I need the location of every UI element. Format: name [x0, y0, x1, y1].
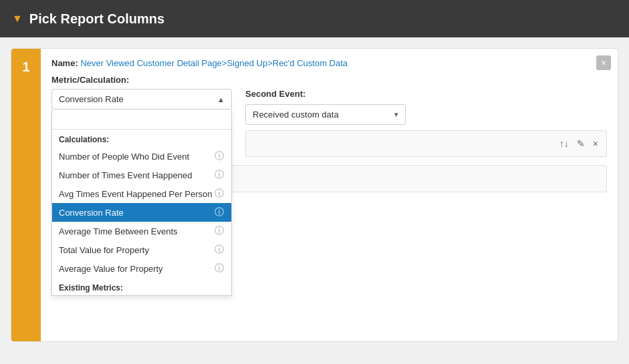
metric-search-input[interactable]	[52, 110, 231, 130]
name-line: Name: Never Viewed Customer Detail Page>…	[51, 58, 607, 68]
filter-remove-icon: ×	[593, 138, 598, 149]
calc-item-label-3: Conversion Rate	[59, 208, 124, 218]
second-event-arrow-icon: ▾	[394, 110, 398, 119]
header-arrow-icon: ▼	[12, 13, 23, 25]
calc-item-label-4: Average Time Between Events	[59, 226, 178, 236]
calc-item-label-2: Avg Times Event Happened Per Person	[59, 189, 213, 199]
metric-dropdown-selected[interactable]: Conversion Rate ▲	[51, 89, 232, 110]
metric-calculation-label: Metric/Calculation:	[51, 75, 607, 85]
second-event-dropdown[interactable]: Received custom data ▾	[245, 104, 406, 125]
calc-item-1[interactable]: Number of Times Event Happened ⓘ	[52, 166, 231, 184]
filter-sort-icon: ↑↓	[559, 138, 569, 149]
info-icon-0: ⓘ	[214, 151, 225, 162]
card-inner-layout: Conversion Rate ▲ Calculations: Number o…	[51, 89, 607, 157]
metric-dropdown-panel: Calculations: Number of People Who Did E…	[51, 110, 232, 296]
calc-item-label-5: Total Value for Property	[59, 245, 149, 255]
left-section: Conversion Rate ▲ Calculations: Number o…	[51, 89, 232, 110]
calc-item-0[interactable]: Number of People Who Did Event ⓘ	[52, 147, 231, 166]
filter-edit-icon: ✎	[577, 138, 585, 149]
calc-item-label-0: Number of People Who Did Event	[59, 152, 189, 162]
page-header: ▼ Pick Report Columns	[0, 0, 629, 37]
metric-dropdown-wrapper: Conversion Rate ▲ Calculations: Number o…	[51, 89, 232, 110]
filter-area: ↑↓ ✎ ×	[245, 130, 607, 157]
main-content: 1 × Name: Never Viewed Customer Detail P…	[0, 37, 629, 364]
filter-edit-button[interactable]: ✎	[576, 137, 586, 150]
second-event-label: Second Event:	[245, 89, 607, 99]
calc-item-5[interactable]: Total Value for Property ⓘ	[52, 240, 231, 259]
info-icon-2: ⓘ	[214, 188, 225, 199]
card-body: × Name: Never Viewed Customer Detail Pag…	[41, 49, 618, 341]
page-title: Pick Report Columns	[29, 11, 164, 27]
calc-item-4[interactable]: Average Time Between Events ⓘ	[52, 222, 231, 240]
info-icon-1: ⓘ	[214, 170, 225, 180]
report-column-card: 1 × Name: Never Viewed Customer Detail P…	[11, 48, 618, 342]
close-icon: ×	[601, 57, 606, 68]
existing-metrics-group-label: Existing Metrics:	[52, 278, 231, 295]
selected-metric-label: Conversion Rate	[59, 94, 124, 104]
filter-sort-button[interactable]: ↑↓	[558, 137, 570, 150]
calculations-group-label: Calculations:	[52, 130, 231, 147]
card-number-badge: 1	[11, 49, 41, 341]
filter-remove-button[interactable]: ×	[592, 137, 600, 150]
info-icon-4: ⓘ	[214, 226, 225, 236]
right-section: Second Event: Received custom data ▾ ↑↓ …	[232, 89, 607, 157]
name-label: Name:	[51, 58, 78, 68]
name-link[interactable]: Never Viewed Customer Detail Page>Signed…	[80, 58, 348, 68]
second-event-value: Received custom data	[253, 110, 339, 120]
info-icon-6: ⓘ	[214, 263, 225, 274]
calc-item-6[interactable]: Average Value for Property ⓘ	[52, 259, 231, 278]
calc-item-2[interactable]: Avg Times Event Happened Per Person ⓘ	[52, 184, 231, 203]
info-icon-5: ⓘ	[214, 244, 225, 255]
calc-item-label-1: Number of Times Event Happened	[59, 170, 192, 180]
calc-item-3[interactable]: Conversion Rate ⓘ	[52, 203, 231, 222]
info-icon-3: ⓘ	[214, 207, 225, 218]
dropdown-arrow-up-icon: ▲	[217, 96, 225, 104]
card-close-button[interactable]: ×	[596, 55, 611, 70]
calc-item-label-6: Average Value for Property	[59, 264, 163, 274]
